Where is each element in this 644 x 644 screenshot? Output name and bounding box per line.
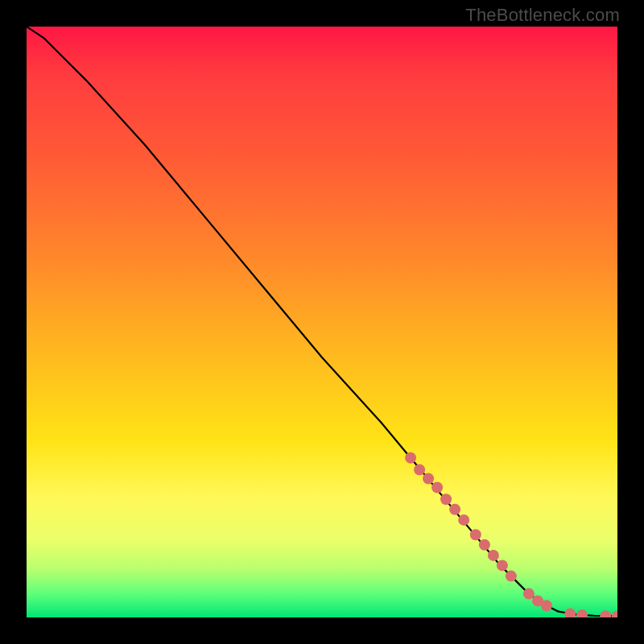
watermark-text: TheBottleneck.com xyxy=(465,5,620,26)
chart-container: TheBottleneck.com xyxy=(0,0,644,644)
gradient-plot-area xyxy=(27,27,617,617)
